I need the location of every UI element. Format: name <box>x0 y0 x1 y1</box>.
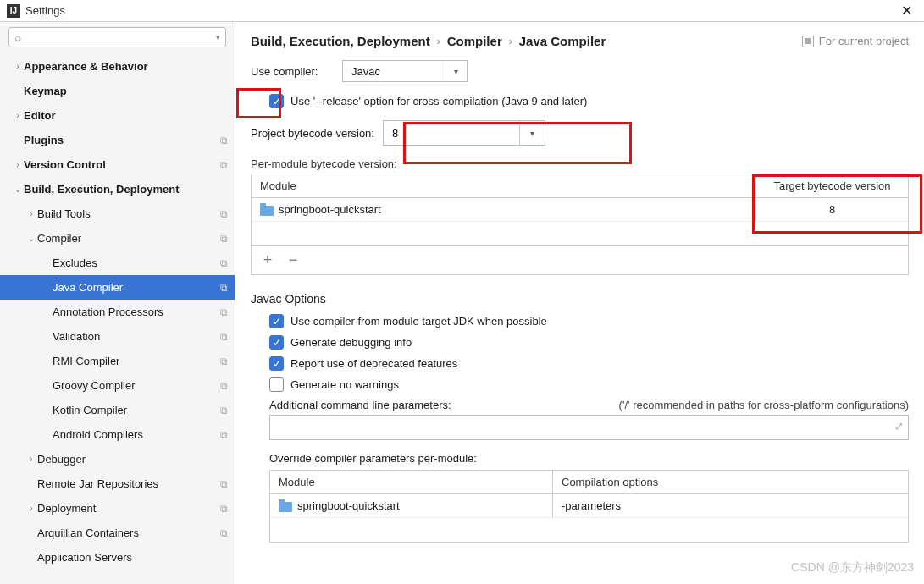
chevron-right-icon: › <box>509 36 512 47</box>
sidebar-item-label: Build, Execution, Deployment <box>24 183 228 196</box>
folder-icon <box>279 502 292 512</box>
chevron-down-icon: ⌄ <box>25 234 37 243</box>
sidebar-item-build-tools[interactable]: ›Build Tools⧉ <box>0 201 235 226</box>
sidebar-item-editor[interactable]: ›Editor <box>0 103 235 128</box>
target-version-cell[interactable]: 8 <box>755 198 908 221</box>
opt-nowarn-label: Generate no warnings <box>290 378 399 391</box>
th-module[interactable]: Module <box>270 471 552 493</box>
use-compiler-select[interactable]: Javac ▾ <box>342 60 468 82</box>
remove-button[interactable]: − <box>285 251 301 269</box>
chevron-down-icon: ⌄ <box>12 185 24 194</box>
scope-indicator: For current project <box>802 35 909 47</box>
search-input[interactable] <box>25 31 216 44</box>
override-table: Module Compilation options springboot-qu… <box>269 470 909 543</box>
sidebar-item-android-compilers[interactable]: Android Compilers⧉ <box>0 422 235 447</box>
sidebar-item-groovy-compiler[interactable]: Groovy Compiler⧉ <box>0 373 235 398</box>
sidebar-item-compiler[interactable]: ⌄Compiler⧉ <box>0 226 235 251</box>
copy-settings-icon[interactable]: ⧉ <box>220 527 228 539</box>
search-field-wrap[interactable]: ⌕ ▾ <box>8 27 226 47</box>
sidebar-item-deployment[interactable]: ›Deployment⧉ <box>0 496 235 521</box>
table-row[interactable]: springboot-quickstart-parameters <box>270 494 908 518</box>
use-compiler-value: Javac <box>343 65 445 78</box>
copy-settings-icon[interactable]: ⧉ <box>220 208 228 220</box>
folder-icon <box>260 206 274 216</box>
sidebar-item-label: Kotlin Compiler <box>53 404 220 416</box>
override-label: Override compiler parameters per-module: <box>269 452 909 465</box>
copy-settings-icon[interactable]: ⧉ <box>220 159 228 171</box>
sidebar-item-validation[interactable]: Validation⧉ <box>0 324 235 349</box>
opt-module-jdk-checkbox[interactable]: ✓ <box>269 314 284 328</box>
params-input[interactable] <box>269 415 909 440</box>
sidebar-item-label: Remote Jar Repositories <box>37 477 220 490</box>
copy-settings-icon[interactable]: ⧉ <box>220 331 228 343</box>
sidebar-item-kotlin-compiler[interactable]: Kotlin Compiler⧉ <box>0 398 235 422</box>
search-icon: ⌕ <box>14 30 21 44</box>
opt-debug-label: Generate debugging info <box>290 336 412 349</box>
chevron-down-icon[interactable]: ▾ <box>519 121 545 145</box>
compilation-opts-cell[interactable]: -parameters <box>552 494 908 517</box>
sidebar-item-label: Excludes <box>53 256 220 269</box>
sidebar-item-plugins[interactable]: Plugins⧉ <box>0 128 235 152</box>
copy-settings-icon[interactable]: ⧉ <box>220 503 228 515</box>
sidebar-item-appearance-behavior[interactable]: ›Appearance & Behavior <box>0 54 235 79</box>
copy-settings-icon[interactable]: ⧉ <box>220 429 228 441</box>
th-module[interactable]: Module <box>252 174 755 197</box>
project-bytecode-input[interactable] <box>384 122 519 144</box>
sidebar-item-java-compiler[interactable]: Java Compiler⧉ <box>0 275 235 300</box>
copy-settings-icon[interactable]: ⧉ <box>220 306 228 318</box>
th-opts[interactable]: Compilation options <box>552 471 908 493</box>
sidebar-item-label: Plugins <box>24 134 220 146</box>
search-history-icon[interactable]: ▾ <box>216 33 220 41</box>
params-label: Additional command line parameters: <box>269 399 451 411</box>
sidebar-item-keymap[interactable]: Keymap <box>0 79 235 103</box>
close-icon[interactable]: ✕ <box>896 1 917 20</box>
window-title: Settings <box>25 4 65 17</box>
sidebar-item-version-control[interactable]: ›Version Control⧉ <box>0 152 235 177</box>
opt-nowarn-checkbox[interactable] <box>269 377 284 392</box>
sidebar-item-label: Version Control <box>24 158 220 171</box>
release-option-label: Use '--release' option for cross-compila… <box>290 95 587 107</box>
javac-options-title: Javac Options <box>251 292 909 306</box>
copy-settings-icon[interactable]: ⧉ <box>220 380 228 392</box>
sidebar-item-excludes[interactable]: Excludes⧉ <box>0 251 235 275</box>
sidebar-item-label: Appearance & Behavior <box>24 60 228 73</box>
crumb-1[interactable]: Build, Execution, Deployment <box>251 34 430 48</box>
copy-settings-icon[interactable]: ⧉ <box>220 355 228 367</box>
copy-settings-icon[interactable]: ⧉ <box>220 478 228 490</box>
main-panel: Build, Execution, Deployment › Compiler … <box>235 22 924 584</box>
table-row[interactable]: springboot-quickstart8 <box>252 198 908 222</box>
chevron-right-icon: › <box>12 62 24 71</box>
per-module-label: Per-module bytecode version: <box>251 157 909 170</box>
release-option-checkbox[interactable]: ✓ <box>269 94 284 108</box>
expand-icon[interactable]: ⤢ <box>894 420 904 432</box>
copy-settings-icon[interactable]: ⧉ <box>220 233 228 245</box>
sidebar-item-rmi-compiler[interactable]: RMI Compiler⧉ <box>0 349 235 373</box>
sidebar-item-label: Debugger <box>37 453 228 466</box>
sidebar-item-annotation-processors[interactable]: Annotation Processors⧉ <box>0 300 235 324</box>
copy-settings-icon[interactable]: ⧉ <box>220 282 228 294</box>
copy-settings-icon[interactable]: ⧉ <box>220 405 228 416</box>
sidebar-item-remote-jar-repositories[interactable]: Remote Jar Repositories⧉ <box>0 471 235 496</box>
sidebar-item-debugger[interactable]: ›Debugger <box>0 447 235 471</box>
settings-tree: ›Appearance & BehaviorKeymap›EditorPlugi… <box>0 54 235 584</box>
sidebar-item-label: Java Compiler <box>53 281 220 294</box>
crumb-2[interactable]: Compiler <box>447 34 502 48</box>
sidebar: ⌕ ▾ ›Appearance & BehaviorKeymap›EditorP… <box>0 22 235 584</box>
sidebar-item-build-execution-deployment[interactable]: ⌄Build, Execution, Deployment <box>0 177 235 201</box>
params-hint: ('/' recommended in paths for cross-plat… <box>619 399 909 411</box>
titlebar: IJ Settings ✕ <box>0 0 924 22</box>
sidebar-item-arquillian-containers[interactable]: Arquillian Containers⧉ <box>0 521 235 545</box>
per-module-table: Module Target bytecode version springboo… <box>251 174 909 275</box>
sidebar-item-label: Annotation Processors <box>53 306 220 318</box>
chevron-right-icon: › <box>12 111 24 120</box>
opt-debug-checkbox[interactable]: ✓ <box>269 335 284 350</box>
opt-module-jdk-label: Use compiler from module target JDK when… <box>290 315 547 328</box>
sidebar-item-application-servers[interactable]: Application Servers <box>0 545 235 570</box>
copy-settings-icon[interactable]: ⧉ <box>220 135 228 146</box>
copy-settings-icon[interactable]: ⧉ <box>220 257 228 269</box>
project-bytecode-field[interactable]: ▾ <box>383 120 545 146</box>
sidebar-item-label: Arquillian Containers <box>37 526 220 539</box>
opt-deprecated-checkbox[interactable]: ✓ <box>269 356 284 371</box>
th-target[interactable]: Target bytecode version <box>755 174 908 197</box>
add-button[interactable]: + <box>260 251 275 269</box>
